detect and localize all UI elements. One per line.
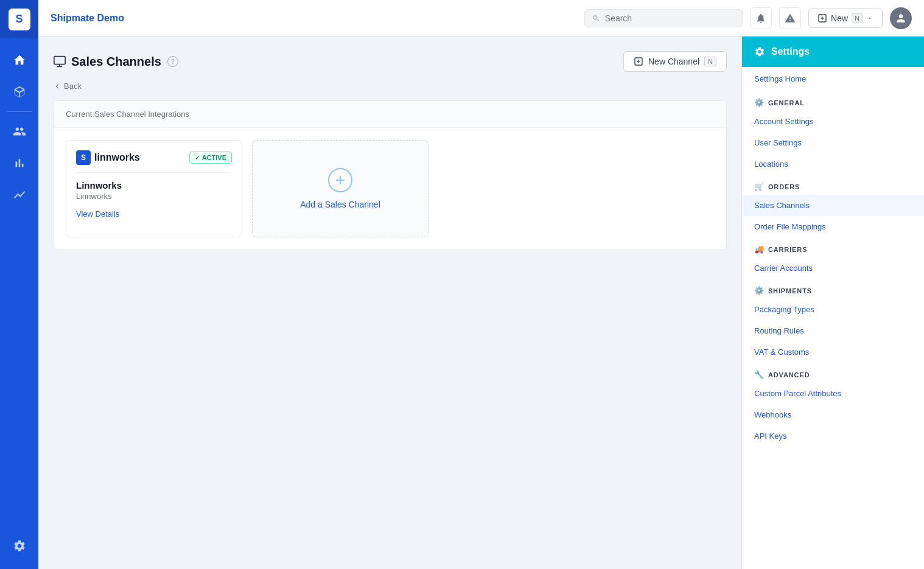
view-details-link[interactable]: View Details xyxy=(76,209,119,218)
advanced-section-icon: 🔧 xyxy=(754,370,765,379)
sidebar-packaging-types[interactable]: Packaging Types xyxy=(742,299,924,320)
channel-sub: Linnworks xyxy=(76,192,232,201)
logo-icon: S xyxy=(9,9,30,30)
linnworks-logo: S linnworks xyxy=(76,150,140,165)
settings-sidebar: Settings Settings Home ⚙️ GENERAL Accoun… xyxy=(741,37,924,569)
channel-name: Linnworks xyxy=(76,180,232,190)
page-title-row: Sales Channels ? xyxy=(53,55,178,69)
sidebar-routing-rules[interactable]: Routing Rules xyxy=(742,320,924,341)
add-channel-card[interactable]: Add a Sales Channel xyxy=(252,140,429,237)
nav-divider-1 xyxy=(7,111,32,112)
new-channel-icon xyxy=(634,57,643,66)
settings-header: Settings xyxy=(742,37,924,67)
settings-home-link[interactable]: Settings Home xyxy=(742,67,924,91)
back-label: Back xyxy=(64,82,82,91)
sidebar-custom-parcel-attributes[interactable]: Custom Parcel Attributes xyxy=(742,383,924,404)
sales-channels-section: Current Sales Channel Integrations S lin… xyxy=(53,100,727,250)
left-nav: S xyxy=(0,0,38,569)
back-chevron-icon xyxy=(53,82,61,91)
sidebar-sales-channels[interactable]: Sales Channels xyxy=(742,195,924,216)
new-icon xyxy=(817,13,827,23)
channels-grid: S linnworks ACTIVE Linnworks Linnworks V… xyxy=(54,128,726,250)
search-bar[interactable] xyxy=(584,9,743,27)
new-button-label: New xyxy=(831,13,848,23)
section-label-orders: 🛒 ORDERS xyxy=(742,175,924,195)
search-input[interactable] xyxy=(605,13,735,23)
search-icon xyxy=(592,14,600,23)
new-channel-kbd: N xyxy=(704,57,716,66)
section-label-advanced: 🔧 ADVANCED xyxy=(742,363,924,383)
new-button-kbd: N xyxy=(852,13,863,23)
nav-reports-button[interactable] xyxy=(0,179,38,211)
nav-home-button[interactable] xyxy=(0,44,38,76)
back-link[interactable]: Back xyxy=(53,82,727,91)
sidebar-carrier-accounts[interactable]: Carrier Accounts xyxy=(742,257,924,279)
content-area: Sales Channels ? New Channel N Back Curr… xyxy=(38,37,924,569)
section-label-general: ⚙️ GENERAL xyxy=(742,91,924,111)
nav-settings-button[interactable] xyxy=(0,530,38,562)
nav-cube-button[interactable] xyxy=(0,76,38,108)
app-logo[interactable]: S xyxy=(0,0,38,38)
carriers-section-icon: 🚚 xyxy=(754,245,765,254)
sidebar-locations[interactable]: Locations xyxy=(742,153,924,175)
nav-contacts-button[interactable] xyxy=(0,116,38,147)
linnworks-logo-text: linnworks xyxy=(94,152,140,163)
page-content: Sales Channels ? New Channel N Back Curr… xyxy=(38,37,741,569)
nav-analytics-button[interactable] xyxy=(0,147,38,179)
alerts-button[interactable] xyxy=(779,7,801,29)
app-title: Shipmate Demo xyxy=(51,13,577,24)
topbar: Shipmate Demo New N xyxy=(38,0,924,37)
sidebar-user-settings[interactable]: User Settings xyxy=(742,132,924,153)
section-label-shipments: ⚙️ SHIPMENTS xyxy=(742,279,924,299)
notifications-button[interactable] xyxy=(750,7,772,29)
settings-header-title: Settings xyxy=(771,46,810,57)
orders-section-icon: 🛒 xyxy=(754,182,765,191)
add-channel-label: Add a Sales Channel xyxy=(300,200,380,209)
section-label-carriers: 🚚 CARRIERS xyxy=(742,237,924,257)
active-badge: ACTIVE xyxy=(189,152,232,164)
general-section-icon: ⚙️ xyxy=(754,98,765,107)
help-icon[interactable]: ? xyxy=(167,56,178,67)
add-circle-icon xyxy=(328,168,352,192)
page-header: Sales Channels ? New Channel N xyxy=(53,51,727,72)
page-title: Sales Channels xyxy=(53,55,161,69)
chevron-down-icon xyxy=(866,15,873,22)
channel-card-linnworks[interactable]: S linnworks ACTIVE Linnworks Linnworks V… xyxy=(66,140,242,237)
sidebar-vat-customs[interactable]: VAT & Customs xyxy=(742,341,924,363)
nav-bottom xyxy=(0,530,38,569)
sidebar-order-file-mappings[interactable]: Order File Mappings xyxy=(742,216,924,237)
linnworks-icon: S xyxy=(76,150,91,165)
new-channel-button[interactable]: New Channel N xyxy=(623,51,727,72)
avatar-button[interactable] xyxy=(890,7,912,29)
new-channel-label: New Channel xyxy=(648,57,699,66)
sidebar-api-keys[interactable]: API Keys xyxy=(742,425,924,447)
main-area: Shipmate Demo New N xyxy=(38,0,924,569)
sidebar-webhooks[interactable]: Webhooks xyxy=(742,404,924,425)
settings-gear-icon xyxy=(754,46,765,57)
sidebar-account-settings[interactable]: Account Settings xyxy=(742,111,924,132)
svg-rect-3 xyxy=(54,57,65,65)
shipments-section-icon: ⚙️ xyxy=(754,286,765,295)
section-header: Current Sales Channel Integrations xyxy=(54,101,726,128)
new-button[interactable]: New N xyxy=(808,9,883,28)
page-title-icon xyxy=(53,55,66,68)
channel-card-header: S linnworks ACTIVE xyxy=(76,150,232,173)
